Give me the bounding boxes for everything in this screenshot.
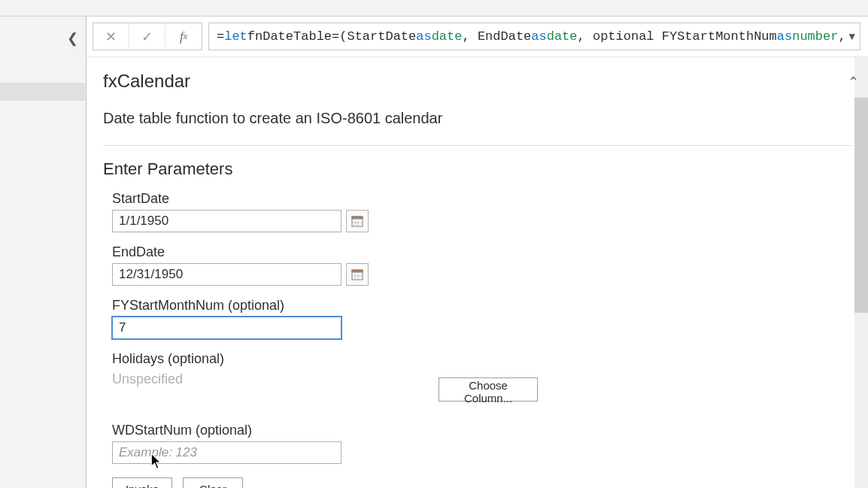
calendar-icon	[351, 268, 363, 280]
function-name: fxCalendar	[103, 71, 851, 92]
main-panel: ✕ ✓ fx = let fnDateTable = (StartDate as…	[86, 17, 868, 488]
fx-icon[interactable]: fx	[165, 23, 202, 50]
startdate-label: StartDate	[112, 191, 851, 207]
fystartmonthnum-label: FYStartMonthNum (optional)	[112, 298, 851, 314]
action-buttons: Invoke Clear	[112, 477, 851, 488]
startdate-input[interactable]	[112, 210, 341, 232]
svg-rect-1	[352, 217, 363, 219]
formula-bar-input[interactable]: = let fnDateTable = (StartDate as date, …	[208, 23, 860, 50]
wdstartnum-input[interactable]	[112, 441, 341, 464]
param-fystartmonthnum: FYStartMonthNum (optional)	[112, 298, 851, 339]
startdate-datepicker-button[interactable]	[346, 210, 369, 232]
expand-queries-icon[interactable]: ❮	[67, 30, 78, 47]
param-enddate: EndDate	[112, 244, 851, 286]
choose-column-button[interactable]: Choose Column...	[439, 377, 538, 402]
expand-formula-icon[interactable]: ▼	[849, 31, 855, 43]
invoke-button[interactable]: Invoke	[112, 477, 172, 488]
formula-bar-row: ✕ ✓ fx = let fnDateTable = (StartDate as…	[86, 17, 868, 57]
content-area: fxCalendar Date table function to create…	[86, 57, 868, 488]
holidays-label: Holidays (optional)	[112, 351, 851, 367]
function-description: Date table function to create an ISO-860…	[103, 110, 851, 127]
selected-query-indicator[interactable]	[0, 83, 85, 101]
cancel-formula-icon[interactable]: ✕	[93, 23, 129, 50]
fystartmonthnum-input[interactable]	[112, 317, 341, 339]
wdstartnum-label: WDStartNum (optional)	[112, 423, 851, 438]
enddate-label: EndDate	[112, 244, 851, 260]
enter-parameters-heading: Enter Parameters	[103, 159, 851, 179]
queries-pane-collapsed: ❮	[0, 17, 86, 488]
enddate-input[interactable]	[112, 263, 341, 286]
separator	[103, 145, 851, 146]
holidays-unspecified-text: Unspecified	[112, 371, 183, 387]
param-wdstartnum: WDStartNum (optional)	[112, 423, 851, 464]
svg-rect-6	[352, 270, 363, 272]
formula-bar-buttons: ✕ ✓ fx	[93, 23, 202, 50]
enddate-datepicker-button[interactable]	[346, 263, 369, 286]
clear-button[interactable]: Clear	[183, 477, 243, 488]
window-top-strip	[0, 0, 868, 17]
commit-formula-icon[interactable]: ✓	[129, 23, 165, 50]
param-holidays: Holidays (optional) Unspecified Choose C…	[112, 351, 851, 402]
param-startdate: StartDate	[112, 191, 851, 232]
calendar-icon	[351, 215, 363, 227]
